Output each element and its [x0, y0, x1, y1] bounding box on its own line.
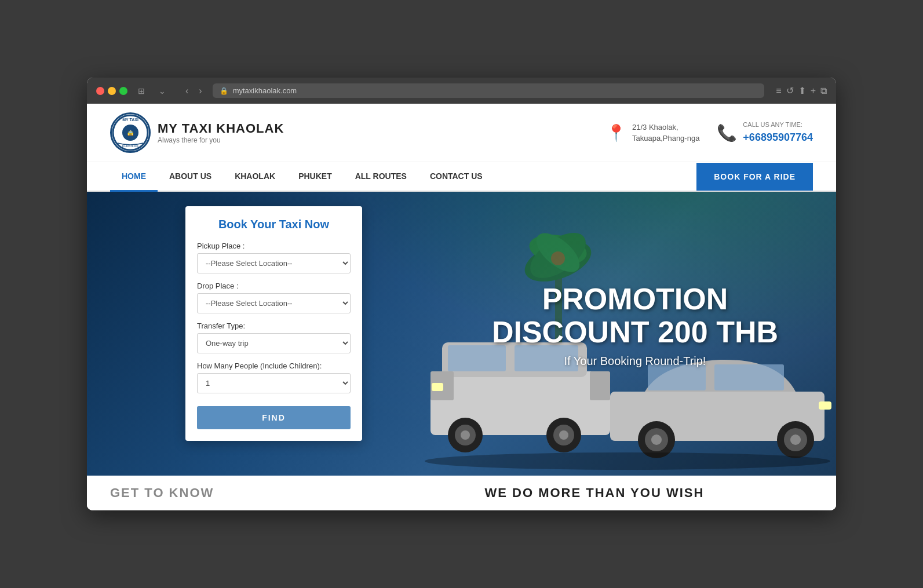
brand-tagline: Always there for you — [158, 136, 284, 144]
drop-group: Drop Place : --Please Select Location-- — [197, 282, 351, 313]
promo-content: PROMOTION DISCOUNT 200 THB If Your Booki… — [492, 283, 778, 368]
people-select[interactable]: 1 2 3 4 5 6 7 8 — [197, 373, 351, 393]
browser-window: ⊞ ⌄ ‹ › 🔒 mytaxikhaolak.com ≡ ↺ ⬆ + ⧉ — [87, 78, 836, 510]
logo-svg: MY TAXI 🚖 KHAOLAK — [112, 114, 149, 151]
reload-button[interactable]: ↺ — [786, 85, 794, 96]
header-contacts: 📍 21/3 Khaolak, Takuapa,Phang-nga 📞 CALL… — [606, 120, 813, 145]
transfer-group: Transfer Type: One-way trip Round trip — [197, 322, 351, 353]
promo-subtitle: If Your Booking Round-Trip! — [492, 355, 778, 368]
pickup-label: Pickup Place : — [197, 242, 351, 250]
find-button[interactable]: FIND — [197, 406, 351, 429]
pickup-select[interactable]: --Please Select Location-- — [197, 253, 351, 273]
forward-button[interactable]: › — [195, 85, 205, 97]
location-icon: 📍 — [606, 123, 626, 143]
back-button[interactable]: ‹ — [182, 85, 192, 97]
transfer-label: Transfer Type: — [197, 322, 351, 330]
svg-rect-23 — [432, 383, 443, 391]
sedan-vehicle — [610, 360, 831, 458]
address-bar[interactable]: 🔒 mytaxikhaolak.com — [213, 83, 765, 98]
nav-items: HOME ABOUT US KHAOLAK PHUKET ALL ROUTES … — [110, 162, 696, 191]
nav-item-about[interactable]: ABOUT US — [158, 162, 223, 192]
pickup-group: Pickup Place : --Please Select Location-… — [197, 242, 351, 273]
share-button[interactable]: ⬆ — [798, 85, 806, 96]
nav-item-contact[interactable]: CONTACT US — [418, 162, 494, 192]
people-label: How Many People (Include Children): — [197, 361, 351, 370]
phone-contact: 📞 CALL US ANY TIME: +66895907764 — [717, 120, 813, 145]
site-nav: HOME ABOUT US KHAOLAK PHUKET ALL ROUTES … — [87, 162, 836, 192]
svg-rect-33 — [819, 401, 831, 410]
nav-item-khaolak[interactable]: KHAOLAK — [223, 162, 287, 192]
address-info: 21/3 Khaolak, Takuapa,Phang-nga — [632, 122, 699, 144]
nav-item-routes[interactable]: ALL ROUTES — [344, 162, 418, 192]
book-ride-button[interactable]: BOOK FOR A RIDE — [696, 163, 813, 191]
close-button[interactable] — [96, 87, 104, 95]
svg-point-22 — [559, 430, 568, 440]
phone-icon: 📞 — [717, 123, 737, 143]
minimize-button[interactable] — [108, 87, 116, 95]
svg-point-34 — [425, 452, 830, 470]
svg-point-32 — [790, 434, 801, 445]
address-line2: Takuapa,Phang-nga — [632, 133, 699, 144]
svg-point-10 — [551, 251, 565, 265]
bottom-section: GET TO KNOW WE DO MORE THAN YOU WISH — [87, 476, 836, 510]
url-text: mytaxikhaolak.com — [233, 86, 297, 95]
logo-circle: MY TAXI 🚖 KHAOLAK — [110, 112, 151, 153]
new-tab-button[interactable]: + — [811, 85, 816, 96]
drop-select[interactable]: --Please Select Location-- — [197, 293, 351, 313]
traffic-lights — [96, 87, 127, 95]
we-do-more-text: WE DO MORE THAN YOU WISH — [462, 485, 837, 501]
svg-text:MY TAXI: MY TAXI — [122, 118, 138, 122]
website-content: MY TAXI 🚖 KHAOLAK MY TAXI KHAOLAK Always… — [87, 104, 836, 510]
nav-item-home[interactable]: HOME — [110, 162, 158, 192]
logo-text: MY TAXI KHAOLAK Always there for you — [158, 121, 284, 144]
form-title: Book Your Taxi Now — [197, 218, 351, 231]
svg-text:KHAOLAK: KHAOLAK — [122, 144, 138, 148]
transfer-select[interactable]: One-way trip Round trip — [197, 333, 351, 353]
phone-info: CALL US ANY TIME: +66895907764 — [743, 120, 813, 145]
booking-form: Book Your Taxi Now Pickup Place : --Plea… — [185, 206, 362, 441]
drop-label: Drop Place : — [197, 282, 351, 290]
brand-name: MY TAXI KHAOLAK — [158, 121, 284, 136]
browser-nav: ‹ › — [182, 85, 206, 97]
sidebar-toggle-button[interactable]: ⊞ — [134, 85, 148, 97]
logo-area: MY TAXI 🚖 KHAOLAK MY TAXI KHAOLAK Always… — [110, 112, 284, 153]
address-contact: 📍 21/3 Khaolak, Takuapa,Phang-nga — [606, 122, 699, 144]
phone-number: +66895907764 — [743, 130, 813, 145]
sidebar-dropdown-button[interactable]: ⌄ — [155, 85, 169, 97]
browser-actions: ≡ ↺ ⬆ + ⧉ — [776, 85, 827, 96]
promo-line1: PROMOTION DISCOUNT 200 THB — [492, 283, 778, 349]
address-line1: 21/3 Khaolak, — [632, 122, 699, 133]
get-to-know-text: GET TO KNOW — [87, 485, 462, 501]
svg-rect-25 — [648, 364, 706, 390]
browser-chrome: ⊞ ⌄ ‹ › 🔒 mytaxikhaolak.com ≡ ↺ ⬆ + ⧉ — [87, 78, 836, 104]
windows-button[interactable]: ⧉ — [820, 85, 827, 96]
reader-button[interactable]: ≡ — [776, 85, 781, 96]
people-group: How Many People (Include Children): 1 2 … — [197, 361, 351, 393]
svg-point-29 — [651, 434, 662, 445]
svg-rect-16 — [590, 371, 610, 400]
maximize-button[interactable] — [119, 87, 127, 95]
hero-section: PROMOTION DISCOUNT 200 THB If Your Booki… — [87, 192, 836, 476]
svg-point-19 — [461, 430, 470, 440]
nav-item-phuket[interactable]: PHUKET — [287, 162, 344, 192]
svg-rect-26 — [714, 364, 784, 390]
lock-icon: 🔒 — [220, 87, 228, 95]
site-header: MY TAXI 🚖 KHAOLAK MY TAXI KHAOLAK Always… — [87, 104, 836, 162]
call-label: CALL US ANY TIME: — [743, 120, 813, 130]
svg-text:🚖: 🚖 — [127, 129, 134, 137]
